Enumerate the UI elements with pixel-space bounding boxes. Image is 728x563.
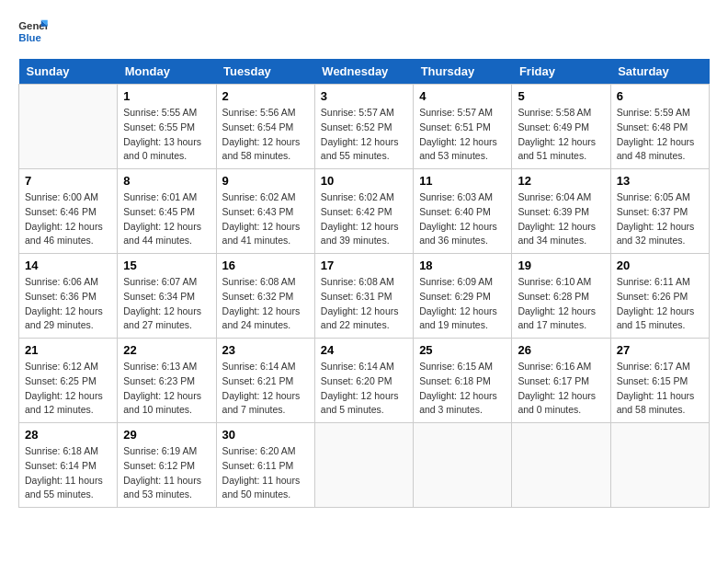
- day-header-monday: Monday: [118, 59, 216, 85]
- day-number: 14: [25, 259, 111, 272]
- calendar-week-2: 7Sunrise: 6:00 AM Sunset: 6:46 PM Daylig…: [19, 169, 710, 254]
- calendar-cell: 22Sunrise: 6:13 AM Sunset: 6:23 PM Dayli…: [118, 339, 216, 423]
- day-header-wednesday: Wednesday: [314, 59, 413, 85]
- day-info: Sunrise: 6:00 AM Sunset: 6:46 PM Dayligh…: [25, 190, 111, 248]
- calendar-cell: 24Sunrise: 6:14 AM Sunset: 6:20 PM Dayli…: [314, 339, 413, 423]
- day-number: 18: [419, 259, 506, 272]
- svg-text:Blue: Blue: [18, 32, 41, 43]
- day-info: Sunrise: 5:58 AM Sunset: 6:49 PM Dayligh…: [518, 106, 604, 164]
- calendar-week-1: 1Sunrise: 5:55 AM Sunset: 6:55 PM Daylig…: [19, 85, 710, 169]
- day-info: Sunrise: 6:18 AM Sunset: 6:14 PM Dayligh…: [25, 444, 111, 502]
- calendar-cell: 3Sunrise: 5:57 AM Sunset: 6:52 PM Daylig…: [314, 85, 413, 169]
- calendar-cell: 10Sunrise: 6:02 AM Sunset: 6:42 PM Dayli…: [314, 169, 413, 254]
- day-info: Sunrise: 6:15 AM Sunset: 6:18 PM Dayligh…: [419, 360, 506, 418]
- calendar-week-4: 21Sunrise: 6:12 AM Sunset: 6:25 PM Dayli…: [19, 339, 710, 423]
- day-info: Sunrise: 6:07 AM Sunset: 6:34 PM Dayligh…: [123, 275, 210, 333]
- day-info: Sunrise: 6:11 AM Sunset: 6:26 PM Dayligh…: [617, 275, 703, 333]
- day-info: Sunrise: 6:04 AM Sunset: 6:39 PM Dayligh…: [518, 190, 604, 248]
- day-number: 12: [518, 174, 604, 188]
- day-number: 8: [123, 174, 210, 188]
- day-number: 6: [617, 89, 703, 103]
- calendar-cell: 8Sunrise: 6:01 AM Sunset: 6:45 PM Daylig…: [118, 169, 216, 254]
- day-info: Sunrise: 5:59 AM Sunset: 6:48 PM Dayligh…: [617, 106, 703, 164]
- day-number: 10: [321, 174, 407, 188]
- calendar-cell: 20Sunrise: 6:11 AM Sunset: 6:26 PM Dayli…: [610, 254, 709, 339]
- calendar-cell: 11Sunrise: 6:03 AM Sunset: 6:40 PM Dayli…: [414, 169, 512, 254]
- calendar-cell: 29Sunrise: 6:19 AM Sunset: 6:12 PM Dayli…: [118, 423, 216, 508]
- calendar-cell: 28Sunrise: 6:18 AM Sunset: 6:14 PM Dayli…: [19, 423, 118, 508]
- calendar-cell: [610, 423, 709, 508]
- day-number: 3: [321, 89, 407, 103]
- day-number: 19: [518, 259, 604, 272]
- day-number: 16: [222, 259, 309, 272]
- day-info: Sunrise: 6:12 AM Sunset: 6:25 PM Dayligh…: [25, 360, 111, 418]
- day-number: 30: [222, 428, 309, 442]
- calendar-cell: 27Sunrise: 6:17 AM Sunset: 6:15 PM Dayli…: [610, 339, 709, 423]
- calendar-cell: 25Sunrise: 6:15 AM Sunset: 6:18 PM Dayli…: [414, 339, 512, 423]
- calendar-cell: [314, 423, 413, 508]
- day-number: 24: [321, 343, 407, 357]
- calendar-cell: 18Sunrise: 6:09 AM Sunset: 6:29 PM Dayli…: [414, 254, 512, 339]
- day-info: Sunrise: 6:20 AM Sunset: 6:11 PM Dayligh…: [222, 444, 309, 502]
- day-info: Sunrise: 6:08 AM Sunset: 6:31 PM Dayligh…: [321, 275, 407, 333]
- calendar-cell: 9Sunrise: 6:02 AM Sunset: 6:43 PM Daylig…: [216, 169, 314, 254]
- calendar-cell: 1Sunrise: 5:55 AM Sunset: 6:55 PM Daylig…: [118, 85, 216, 169]
- day-number: 25: [419, 343, 506, 357]
- day-header-sunday: Sunday: [19, 59, 118, 85]
- day-number: 29: [123, 428, 210, 442]
- day-number: 7: [25, 174, 111, 188]
- day-number: 5: [518, 89, 604, 103]
- calendar-cell: 15Sunrise: 6:07 AM Sunset: 6:34 PM Dayli…: [118, 254, 216, 339]
- day-info: Sunrise: 5:57 AM Sunset: 6:52 PM Dayligh…: [321, 106, 407, 164]
- calendar-cell: 16Sunrise: 6:08 AM Sunset: 6:32 PM Dayli…: [216, 254, 314, 339]
- day-info: Sunrise: 5:57 AM Sunset: 6:51 PM Dayligh…: [419, 106, 506, 164]
- calendar-cell: 30Sunrise: 6:20 AM Sunset: 6:11 PM Dayli…: [216, 423, 314, 508]
- calendar-cell: 2Sunrise: 5:56 AM Sunset: 6:54 PM Daylig…: [216, 85, 314, 169]
- day-info: Sunrise: 6:09 AM Sunset: 6:29 PM Dayligh…: [419, 275, 506, 333]
- day-info: Sunrise: 5:55 AM Sunset: 6:55 PM Dayligh…: [123, 106, 210, 164]
- day-info: Sunrise: 6:01 AM Sunset: 6:45 PM Dayligh…: [123, 190, 210, 248]
- day-info: Sunrise: 6:06 AM Sunset: 6:36 PM Dayligh…: [25, 275, 111, 333]
- calendar-cell: 21Sunrise: 6:12 AM Sunset: 6:25 PM Dayli…: [19, 339, 118, 423]
- header-row: SundayMondayTuesdayWednesdayThursdayFrid…: [19, 59, 710, 85]
- calendar-cell: 17Sunrise: 6:08 AM Sunset: 6:31 PM Dayli…: [314, 254, 413, 339]
- calendar-cell: 14Sunrise: 6:06 AM Sunset: 6:36 PM Dayli…: [19, 254, 118, 339]
- day-number: 22: [123, 343, 210, 357]
- calendar-cell: 12Sunrise: 6:04 AM Sunset: 6:39 PM Dayli…: [512, 169, 610, 254]
- calendar-cell: 19Sunrise: 6:10 AM Sunset: 6:28 PM Dayli…: [512, 254, 610, 339]
- day-info: Sunrise: 6:19 AM Sunset: 6:12 PM Dayligh…: [123, 444, 210, 502]
- day-number: 2: [222, 89, 309, 103]
- day-number: 15: [123, 259, 210, 272]
- day-info: Sunrise: 6:14 AM Sunset: 6:21 PM Dayligh…: [222, 360, 309, 418]
- day-info: Sunrise: 6:08 AM Sunset: 6:32 PM Dayligh…: [222, 275, 309, 333]
- calendar-cell: 23Sunrise: 6:14 AM Sunset: 6:21 PM Dayli…: [216, 339, 314, 423]
- logo: General Blue: [18, 18, 48, 44]
- day-info: Sunrise: 6:03 AM Sunset: 6:40 PM Dayligh…: [419, 190, 506, 248]
- day-number: 28: [25, 428, 111, 442]
- calendar-week-3: 14Sunrise: 6:06 AM Sunset: 6:36 PM Dayli…: [19, 254, 710, 339]
- calendar-table: SundayMondayTuesdayWednesdayThursdayFrid…: [18, 59, 710, 508]
- day-number: 27: [617, 343, 703, 357]
- day-header-friday: Friday: [512, 59, 610, 85]
- day-info: Sunrise: 6:14 AM Sunset: 6:20 PM Dayligh…: [321, 360, 407, 418]
- day-info: Sunrise: 6:05 AM Sunset: 6:37 PM Dayligh…: [617, 190, 703, 248]
- day-header-saturday: Saturday: [610, 59, 709, 85]
- day-info: Sunrise: 6:02 AM Sunset: 6:42 PM Dayligh…: [321, 190, 407, 248]
- day-number: 1: [123, 89, 210, 103]
- day-info: Sunrise: 5:56 AM Sunset: 6:54 PM Dayligh…: [222, 106, 309, 164]
- calendar-cell: [512, 423, 610, 508]
- day-number: 9: [222, 174, 309, 188]
- calendar-cell: 4Sunrise: 5:57 AM Sunset: 6:51 PM Daylig…: [414, 85, 512, 169]
- calendar-cell: [414, 423, 512, 508]
- day-info: Sunrise: 6:10 AM Sunset: 6:28 PM Dayligh…: [518, 275, 604, 333]
- day-info: Sunrise: 6:16 AM Sunset: 6:17 PM Dayligh…: [518, 360, 604, 418]
- day-header-thursday: Thursday: [414, 59, 512, 85]
- day-info: Sunrise: 6:02 AM Sunset: 6:43 PM Dayligh…: [222, 190, 309, 248]
- page-header: General Blue: [18, 18, 710, 44]
- logo-icon: General Blue: [18, 18, 48, 44]
- calendar-cell: 6Sunrise: 5:59 AM Sunset: 6:48 PM Daylig…: [610, 85, 709, 169]
- calendar-cell: 5Sunrise: 5:58 AM Sunset: 6:49 PM Daylig…: [512, 85, 610, 169]
- day-number: 4: [419, 89, 506, 103]
- day-header-tuesday: Tuesday: [216, 59, 314, 85]
- calendar-cell: 26Sunrise: 6:16 AM Sunset: 6:17 PM Dayli…: [512, 339, 610, 423]
